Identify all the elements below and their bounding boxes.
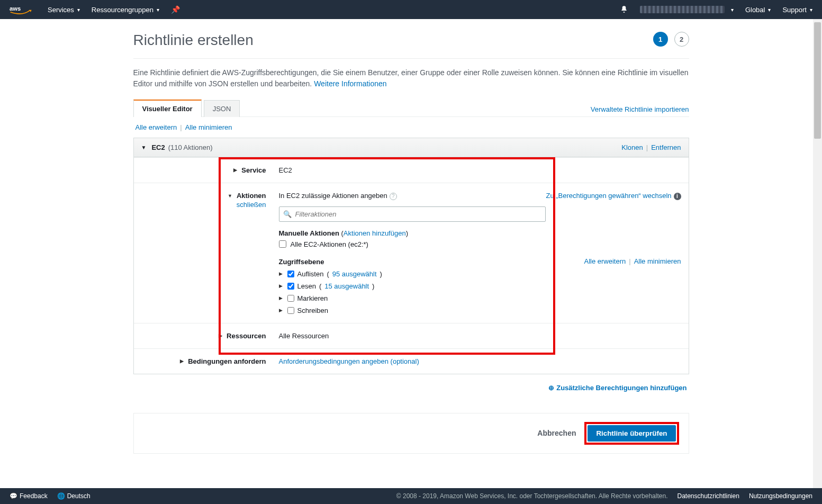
- page-content: Richtlinie erstellen 1 2 Eine Richtlinie…: [123, 19, 700, 485]
- more-info-link[interactable]: Weitere Informationen: [314, 79, 386, 88]
- expand-triangle-icon[interactable]: ▶: [279, 283, 283, 289]
- conditions-label: Bedingungen anfordern: [188, 357, 266, 365]
- permission-block: ▼ EC2 (110 Aktionen) Klonen|Entfernen ▶S…: [133, 138, 689, 374]
- wizard-step-1[interactable]: 1: [653, 32, 668, 47]
- expand-triangle-icon[interactable]: ▶: [180, 358, 184, 364]
- permission-block-header[interactable]: ▼ EC2 (110 Aktionen) Klonen|Entfernen: [134, 138, 689, 157]
- levels-collapse-all-link[interactable]: Alle minimieren: [634, 257, 681, 265]
- nav-support[interactable]: Support▾: [782, 6, 812, 14]
- level-list-label: Auflisten: [297, 270, 324, 278]
- switch-to-grant-link[interactable]: Zu „Berechtigungen gewähren“ wechseln: [546, 192, 671, 200]
- scrollbar[interactable]: [813, 19, 822, 485]
- level-read-row: ▶ Lesen (15 ausgewählt): [279, 282, 681, 290]
- collapse-triangle-icon: ▼: [141, 145, 147, 150]
- nav-region-label: Global: [745, 6, 765, 14]
- add-permissions-link[interactable]: ⊕Zusätzliche Berechtigungen hinzufügen: [548, 384, 686, 392]
- all-ec2-actions-checkbox[interactable]: [279, 240, 286, 248]
- chevron-down-icon: ▾: [768, 7, 771, 13]
- nav-support-label: Support: [782, 6, 807, 14]
- bell-icon: [620, 5, 628, 14]
- expand-triangle-icon[interactable]: ▶: [233, 167, 237, 173]
- actions-label: Aktionen: [237, 192, 266, 200]
- level-write-label: Schreiben: [297, 307, 329, 314]
- section-conditions: ▶Bedingungen anfordern Anforderungsbedin…: [134, 348, 689, 374]
- action-count: (110 Aktionen): [168, 143, 213, 151]
- nav-resource-groups-label: Ressourcengruppen: [92, 6, 153, 14]
- level-write-checkbox[interactable]: [287, 307, 294, 314]
- svg-text:aws: aws: [10, 5, 21, 12]
- level-read-checkbox[interactable]: [287, 283, 294, 290]
- level-tag-label: Markieren: [297, 294, 328, 302]
- expand-triangle-icon[interactable]: ▶: [279, 308, 283, 313]
- all-ec2-actions-label: Alle EC2-Aktionen (ec2:*): [291, 240, 368, 248]
- scrollbar-thumb[interactable]: [814, 22, 821, 139]
- review-policy-button[interactable]: Richtlinie überprüfen: [588, 425, 675, 442]
- nav-resource-groups[interactable]: Ressourcengruppen▾: [92, 6, 159, 14]
- nav-account[interactable]: ▾: [640, 6, 734, 13]
- add-actions-link[interactable]: Aktionen hinzufügen: [344, 229, 406, 237]
- section-resources: ▶Ressourcen Alle Ressourcen: [134, 323, 689, 348]
- notifications-bell[interactable]: [620, 5, 628, 14]
- manual-actions-label: Manuelle Aktionen: [279, 229, 339, 237]
- chevron-down-icon: ▾: [731, 7, 734, 13]
- level-tag-checkbox[interactable]: [287, 295, 294, 302]
- resources-value: Alle Ressourcen: [279, 332, 681, 340]
- import-managed-policy-link[interactable]: Verwaltete Richtlinie importieren: [591, 105, 689, 113]
- expand-triangle-icon[interactable]: ▶: [219, 333, 222, 338]
- search-icon: 🔍: [283, 210, 292, 218]
- collapse-all-link[interactable]: Alle minimieren: [185, 123, 232, 131]
- intro-text: Eine Richtlinie definiert die AWS-Zugrif…: [133, 67, 689, 89]
- levels-expand-all-link[interactable]: Alle erweitern: [584, 257, 626, 265]
- pin-icon[interactable]: 📌: [171, 5, 180, 14]
- documentation-side-tab[interactable]: Dokumentation: [0, 201, 6, 252]
- expand-triangle-icon[interactable]: ▶: [279, 271, 283, 276]
- level-write-row: ▶ Schreiben: [279, 307, 681, 314]
- conditions-specify-link[interactable]: Anforderungsbedingungen angeben (optiona…: [279, 357, 419, 365]
- service-value: EC2: [279, 166, 681, 174]
- filter-actions-input[interactable]: [279, 206, 546, 222]
- nav-services-label: Services: [48, 6, 74, 14]
- level-read-selected-link[interactable]: 15 ausgewählt: [324, 282, 369, 290]
- clone-link[interactable]: Klonen: [621, 143, 643, 151]
- page-title: Richtlinie erstellen: [133, 32, 653, 49]
- intro-text-body: Eine Richtlinie definiert die AWS-Zugrif…: [133, 68, 689, 88]
- level-read-label: Lesen: [297, 282, 316, 290]
- level-list-selected-link[interactable]: 95 ausgewählt: [332, 270, 377, 278]
- level-list-row: ▶ Auflisten (95 ausgewählt): [279, 270, 681, 278]
- aws-logo[interactable]: aws: [10, 4, 35, 15]
- tab-visual-editor[interactable]: Visueller Editor: [133, 100, 202, 117]
- tab-json[interactable]: JSON: [204, 100, 240, 117]
- bottom-action-bar: Abbrechen Richtlinie überprüfen: [133, 413, 689, 454]
- info-icon[interactable]: i: [674, 193, 681, 200]
- chevron-down-icon: ▾: [157, 7, 159, 13]
- top-navbar: aws Services▾ Ressourcengruppen▾ 📌 ▾ Glo…: [0, 0, 822, 19]
- annotation-highlight-review-button: Richtlinie überprüfen: [584, 422, 679, 445]
- level-tag-row: ▶ Markieren: [279, 294, 681, 302]
- expand-triangle-icon[interactable]: ▶: [279, 295, 283, 301]
- service-label: Service: [241, 166, 266, 174]
- service-name: EC2: [151, 143, 165, 151]
- resources-label: Ressourcen: [227, 332, 266, 340]
- level-list-checkbox[interactable]: [287, 271, 294, 277]
- section-service: ▶Service EC2: [134, 157, 689, 183]
- help-icon[interactable]: ?: [390, 193, 397, 200]
- manual-actions-row: Manuelle Aktionen (Aktionen hinzufügen): [279, 229, 681, 237]
- expand-all-link[interactable]: Alle erweitern: [136, 123, 177, 131]
- actions-close-link[interactable]: schließen: [237, 201, 266, 209]
- section-actions: ▼ Aktionen schließen In EC2 zulässige Ak…: [134, 183, 689, 323]
- collapse-triangle-icon[interactable]: ▼: [228, 193, 232, 199]
- wizard-step-2[interactable]: 2: [674, 32, 689, 47]
- chevron-down-icon: ▾: [77, 7, 80, 13]
- remove-link[interactable]: Entfernen: [651, 143, 681, 151]
- account-name-redacted: [640, 6, 725, 13]
- nav-region[interactable]: Global▾: [745, 6, 771, 14]
- nav-services[interactable]: Services▾: [48, 6, 80, 14]
- chevron-down-icon: ▾: [810, 7, 812, 13]
- cancel-button[interactable]: Abbrechen: [537, 429, 576, 437]
- plus-circle-icon: ⊕: [548, 384, 554, 392]
